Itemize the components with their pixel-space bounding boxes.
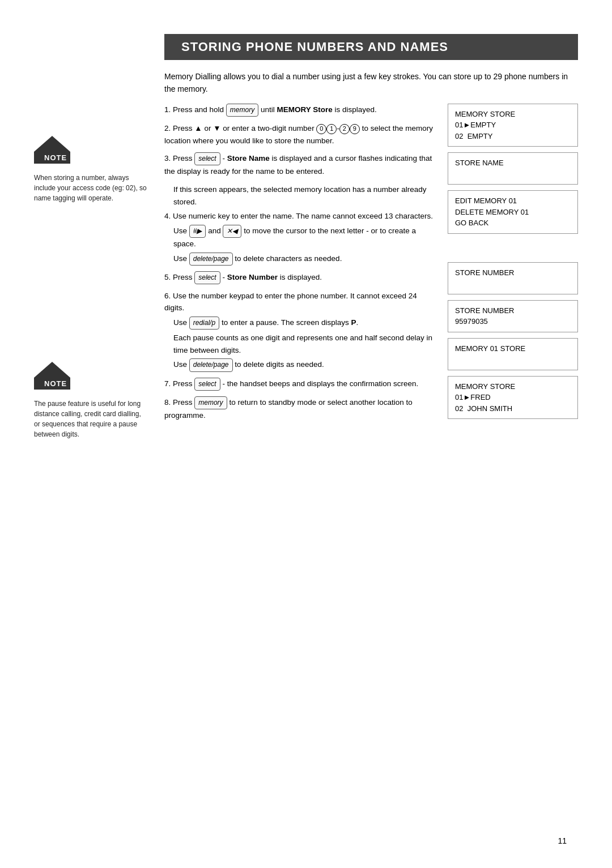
note-block-1: NOTE When storing a number, always inclu…: [34, 136, 147, 203]
screen-line-7-3: 02 JOHN SMITH: [455, 403, 571, 414]
page-title: STORING PHONE NUMBERS AND NAMES: [164, 34, 578, 60]
page: NOTE When storing a number, always inclu…: [0, 0, 612, 868]
note-block-2: NOTE The pause feature is useful for lon…: [34, 362, 147, 439]
note-text-1: When storing a number, always include yo…: [34, 173, 147, 203]
screen-line-4-1: STORE NUMBER: [455, 267, 571, 279]
screens-right: MEMORY STORE 01►EMPTY 02 EMPTY STORE NAM…: [448, 104, 578, 427]
memory-key-1: memory: [226, 104, 258, 117]
note-label-1: NOTE: [34, 152, 70, 164]
delete-page-key-6: delete/page: [189, 358, 233, 371]
step-7: 7. Press select - the handset beeps and …: [164, 378, 434, 391]
num-1: 1: [326, 124, 337, 134]
select-key-7: select: [194, 378, 220, 391]
step-8: 8. Press memory to return to standby mod…: [164, 396, 434, 422]
memory-key-8: memory: [194, 396, 227, 409]
screen-line-2-1: STORE NAME: [455, 157, 571, 169]
screen-edit-memory: EDIT MEMORY 01 DELETE MEMORY 01 GO BACK: [448, 190, 578, 234]
screen-line-1-2: 01►EMPTY: [455, 119, 571, 131]
step-4-sub-a: Use #▶ and ✕◀ to move the cursor to the …: [173, 225, 434, 250]
steps-area: 1. Press and hold memory until MEMORY St…: [164, 104, 578, 427]
select-key-3: select: [194, 152, 220, 165]
step-6-sub-b: Each pause counts as one digit and repre…: [173, 332, 434, 356]
left-sidebar: NOTE When storing a number, always inclu…: [34, 34, 147, 834]
step-6-sub-a: Use redial/p to enter a pause. The scree…: [173, 317, 434, 330]
step-4-sub-b: Use delete/page to delete characters as …: [173, 253, 434, 266]
step-6: 6. Use the number keypad to enter the ph…: [164, 290, 434, 372]
num-2: 2: [339, 124, 350, 134]
note-label-2: NOTE: [34, 378, 70, 390]
screen-line-4-2: [455, 278, 571, 289]
delete-page-key-4: delete/page: [189, 253, 233, 266]
screen-store-name: STORE NAME: [448, 152, 578, 185]
screen-line-5-2: 95979035: [455, 316, 571, 327]
screen-line-3-3: GO BACK: [455, 217, 571, 229]
screen-line-6-2: [455, 354, 571, 365]
step-3: 3. Press select - Store Name is displaye…: [164, 152, 434, 178]
screen-line-3-2: DELETE MEMORY 01: [455, 207, 571, 218]
num-0: 0: [316, 124, 326, 134]
note-triangle-2: [34, 362, 70, 378]
screen-line-3-1: EDIT MEMORY 01: [455, 195, 571, 207]
step-4: 4. Use numeric key to enter the name. Th…: [164, 210, 434, 266]
num-9: 9: [350, 124, 360, 134]
step-2: 2. Press ▲ or ▼ or enter a two-digit num…: [164, 122, 434, 147]
screen-memory-store-2: MEMORY STORE 01►FRED 02 JOHN SMITH: [448, 376, 578, 420]
screen-memory-store-1: MEMORY STORE 01►EMPTY 02 EMPTY: [448, 104, 578, 147]
screen-memory-01-store: MEMORY 01 STORE: [448, 338, 578, 370]
step-1: 1. Press and hold memory until MEMORY St…: [164, 104, 434, 117]
note-triangle-1: [34, 136, 70, 152]
step-6-sub-c: Use delete/page to delete digits as need…: [173, 358, 434, 371]
select-key-5: select: [194, 271, 220, 284]
screen-line-5-1: STORE NUMBER: [455, 305, 571, 317]
steps-left: 1. Press and hold memory until MEMORY St…: [164, 104, 448, 427]
step-5: 5. Press select - Store Number is displa…: [164, 271, 434, 284]
hash-key: #▶: [189, 225, 206, 238]
screen-store-number-empty: STORE NUMBER: [448, 262, 578, 294]
screen-line-7-1: MEMORY STORE: [455, 381, 571, 392]
x-key: ✕◀: [223, 225, 241, 238]
step-3-sub: If this screen appears, the selected mem…: [173, 183, 434, 208]
screen-line-2-2: [455, 169, 571, 180]
screen-line-1-3: 02 EMPTY: [455, 131, 571, 142]
note-text-2: The pause feature is useful for long dis…: [34, 399, 147, 439]
intro-text: Memory Dialling allows you to dial a num…: [164, 70, 578, 96]
screen-line-1-1: MEMORY STORE: [455, 109, 571, 120]
screen-line-6-1: MEMORY 01 STORE: [455, 343, 571, 354]
screen-line-7-2: 01►FRED: [455, 392, 571, 403]
main-content: STORING PHONE NUMBERS AND NAMES Memory D…: [147, 34, 578, 834]
redial-key: redial/p: [189, 317, 219, 330]
page-number: 11: [558, 836, 567, 845]
screen-store-number-value: STORE NUMBER 95979035: [448, 300, 578, 332]
spacer-1: [448, 240, 578, 256]
